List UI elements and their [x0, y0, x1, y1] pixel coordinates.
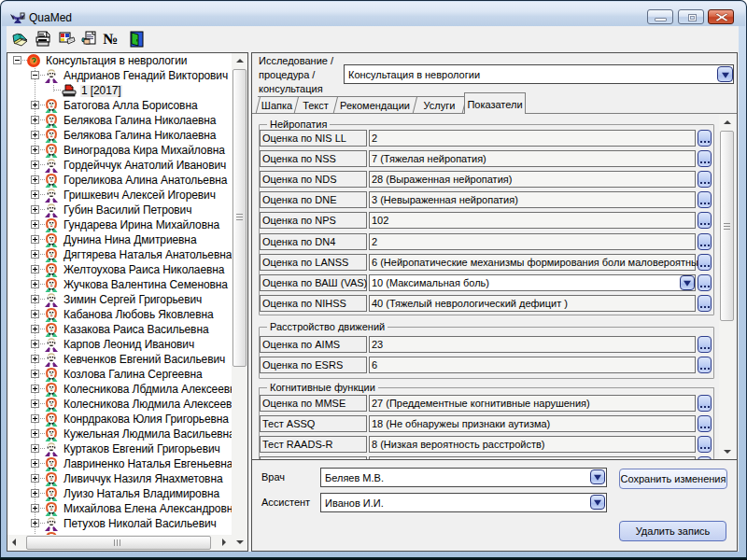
svg-text:?: ?	[18, 34, 21, 40]
